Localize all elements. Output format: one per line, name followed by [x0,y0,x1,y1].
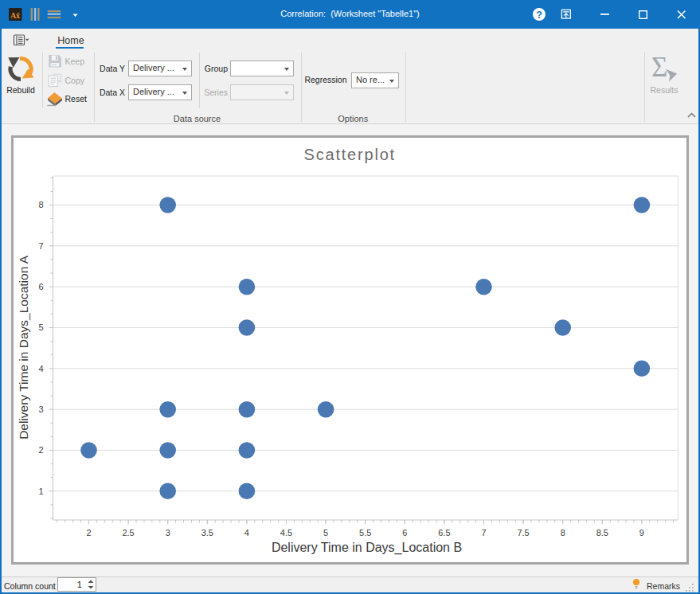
svg-text:Delivery Time in Days_Location: Delivery Time in Days_Location B [272,541,462,555]
svg-text:4.5: 4.5 [280,528,292,537]
svg-text:7: 7 [481,528,486,537]
svg-text:3.5: 3.5 [201,528,213,537]
svg-text:2: 2 [38,445,43,455]
svg-text:6: 6 [402,528,407,537]
svg-text:?: ? [536,10,542,21]
svg-text:6.5: 6.5 [438,528,450,537]
svg-text:5: 5 [38,322,43,332]
svg-text:8.5: 8.5 [596,528,608,537]
svg-text:5: 5 [323,528,328,537]
svg-text:4: 4 [38,364,43,373]
svg-text:7.5: 7.5 [517,528,529,537]
svg-text:2.5: 2.5 [122,528,134,537]
svg-text:Ax̄: Ax̄ [10,11,20,20]
svg-text:4: 4 [244,528,249,537]
svg-text:3: 3 [166,528,170,537]
svg-text:2: 2 [86,528,91,537]
svg-text:3: 3 [38,404,43,414]
svg-text:7: 7 [38,241,43,251]
svg-text:6: 6 [38,282,43,291]
svg-text:9: 9 [639,528,644,537]
svg-text:Σ: Σ [651,52,667,83]
svg-text:Scatterplot: Scatterplot [304,146,396,163]
svg-text:1: 1 [38,487,43,496]
svg-text:5.5: 5.5 [359,528,371,537]
svg-text:8: 8 [38,200,43,209]
svg-text:8: 8 [561,528,565,537]
svg-text:Delivery Time in Days_Location: Delivery Time in Days_Location A [18,255,31,440]
